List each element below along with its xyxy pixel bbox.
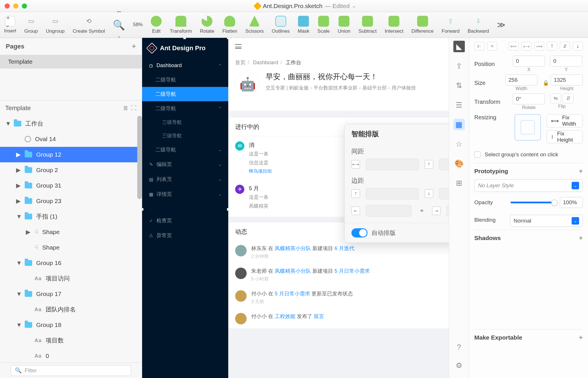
grid-view-icon[interactable]: ⛶: [131, 105, 137, 112]
intersect-button[interactable]: Intersect: [385, 16, 403, 34]
help-icon[interactable]: ?: [453, 341, 465, 353]
checkbox[interactable]: [474, 151, 481, 158]
margin-left-input[interactable]: [366, 205, 411, 217]
activity-link[interactable]: 留言: [314, 313, 324, 319]
auto-layout-toggle[interactable]: [351, 228, 368, 237]
transform-button[interactable]: Transform: [170, 16, 192, 34]
swap-icon[interactable]: ⇅: [453, 80, 465, 91]
add-shadow-button[interactable]: +: [579, 234, 583, 242]
nav-dashboard[interactable]: ◷Dashboard ⌃: [142, 59, 228, 73]
outlines-button[interactable]: Outlines: [272, 16, 290, 34]
layer-row[interactable]: Aa项目数: [0, 333, 142, 348]
nav-level2[interactable]: 二级导航: [142, 73, 228, 87]
nav-error-page[interactable]: ⚠异常页: [142, 228, 228, 243]
position-x-input[interactable]: 0: [513, 56, 545, 67]
layer-row[interactable]: ▶Group 31: [0, 178, 142, 193]
blending-select[interactable]: Normal ⌄: [510, 215, 583, 227]
forward-button[interactable]: ⇧Forward: [442, 16, 459, 34]
layer-row[interactable]: Aa团队内排名: [0, 302, 142, 317]
layer-row[interactable]: ▶Group 2: [0, 162, 142, 178]
insert-button[interactable]: ＋ ⌄ Insert: [4, 16, 16, 34]
disclosure-triangle-icon[interactable]: ▼: [5, 120, 10, 127]
nav-level3[interactable]: 三级导航: [142, 116, 228, 129]
layer-row[interactable]: Aa项目访问: [0, 271, 142, 286]
crumb-home[interactable]: 首页: [235, 60, 245, 65]
disclosure-triangle-icon[interactable]: ▶: [16, 198, 21, 204]
layer-row[interactable]: ☟Shape: [0, 240, 142, 255]
activity-link[interactable]: 工程效能: [275, 313, 295, 319]
group-button[interactable]: ▭Group: [24, 16, 38, 34]
activity-link[interactable]: 5 月日常小需求: [275, 291, 310, 297]
nav-edit-page[interactable]: ✎编辑页 ⌄: [142, 157, 228, 172]
layout-icon[interactable]: ▦: [453, 119, 465, 130]
ungroup-button[interactable]: ▭Ungroup: [46, 16, 65, 34]
disclosure-triangle-icon[interactable]: ▼: [16, 322, 21, 328]
margin-bottom-input[interactable]: [439, 188, 449, 199]
scissors-button[interactable]: Scissors: [245, 16, 264, 34]
mask-button[interactable]: Mask: [298, 16, 310, 34]
align-left-2-button[interactable]: ⟸: [508, 42, 519, 50]
nav-detail-page[interactable]: ▦详情页 ⌄: [142, 187, 228, 202]
nav-level3[interactable]: 三级导航: [142, 129, 228, 143]
disclosure-triangle-icon[interactable]: ▶: [16, 151, 21, 158]
align-left-button[interactable]: ⊩: [474, 42, 484, 50]
settings-icon[interactable]: ⚙: [453, 360, 465, 371]
close-window-button[interactable]: [5, 3, 10, 9]
link-margins-icon[interactable]: ⚭: [417, 207, 426, 214]
star-icon[interactable]: ☆: [453, 138, 465, 150]
align-top-button[interactable]: ⤒: [547, 42, 557, 50]
opacity-input[interactable]: 100%: [560, 197, 583, 208]
nav-level2-expand[interactable]: 二级导航 ⌃: [142, 101, 228, 116]
margin-top-input[interactable]: [366, 188, 419, 199]
layer-row[interactable]: ▶Group 12: [0, 147, 142, 162]
selection-handle[interactable]: [142, 208, 144, 211]
title-dropdown-icon[interactable]: ⌄: [352, 3, 356, 9]
height-input[interactable]: 1325: [551, 75, 583, 85]
toolbar-overflow-button[interactable]: ≫: [497, 20, 505, 30]
align-hcenter-button[interactable]: ⟷: [521, 42, 531, 50]
position-y-input[interactable]: 0: [550, 56, 582, 67]
scrollbar[interactable]: [137, 116, 142, 199]
fix-width-button[interactable]: ⟷Fix Width: [547, 114, 583, 127]
select-content-checkbox-row[interactable]: Select group's content on click: [474, 151, 583, 158]
opacity-slider[interactable]: [510, 202, 555, 203]
lock-aspect-icon[interactable]: 🔒: [543, 80, 549, 86]
layer-row[interactable]: ▼工作台: [0, 116, 142, 131]
union-button[interactable]: Union: [338, 16, 350, 34]
align-vcenter-button[interactable]: ⇵: [560, 42, 570, 50]
v-spacing-input[interactable]: [439, 159, 449, 170]
layer-row[interactable]: ▼手指 (1): [0, 209, 142, 224]
zoom-out-button[interactable]: −: [117, 7, 121, 16]
add-prototyping-button[interactable]: +: [579, 167, 583, 175]
nav-level2[interactable]: 二级导航 ⌄: [142, 143, 228, 157]
layer-row[interactable]: Oval 14: [0, 131, 142, 147]
scale-button[interactable]: Scale: [318, 16, 330, 34]
canvas[interactable]: Ant Design Pro ◷Dashboard ⌃ 二级导航 二级导航 二级…: [142, 38, 449, 378]
difference-button[interactable]: Difference: [411, 16, 434, 34]
align-center-button[interactable]: ≡: [487, 42, 497, 50]
layer-row[interactable]: ▶Group 23: [0, 193, 142, 209]
add-export-button[interactable]: +: [579, 334, 583, 342]
inspect-tool-icon[interactable]: ◣: [453, 41, 465, 52]
resizing-control[interactable]: [514, 114, 541, 141]
disclosure-triangle-icon[interactable]: ▶: [16, 182, 21, 189]
minimize-window-button[interactable]: [13, 3, 18, 9]
activity-link[interactable]: 凤蝶精英小分队: [275, 245, 311, 251]
align-bottom-button[interactable]: ⤓: [573, 42, 583, 50]
export-icon[interactable]: ⇪: [453, 60, 465, 72]
page-item-template[interactable]: Template: [0, 55, 142, 69]
hamburger-icon[interactable]: [235, 44, 241, 49]
edit-button[interactable]: Edit: [151, 16, 162, 34]
margin-right-input[interactable]: [446, 205, 449, 217]
activity-link[interactable]: 凤蝶精英小分队: [275, 268, 311, 274]
activity-link[interactable]: 6 月迭代: [334, 245, 354, 251]
zoom-window-button[interactable]: [22, 3, 27, 9]
width-input[interactable]: 256: [505, 75, 537, 85]
zoom-level[interactable]: 58%: [133, 22, 143, 28]
crumb-dashboard[interactable]: Dashboard: [253, 60, 278, 65]
nav-check-page[interactable]: ✓检查页: [142, 213, 228, 228]
disclosure-triangle-icon[interactable]: ▶: [16, 167, 21, 174]
flip-h-button[interactable]: ⇋: [550, 93, 561, 103]
disclosure-triangle-icon[interactable]: ▶: [26, 229, 30, 235]
nav-level2-active[interactable]: 二级导航: [142, 87, 228, 101]
